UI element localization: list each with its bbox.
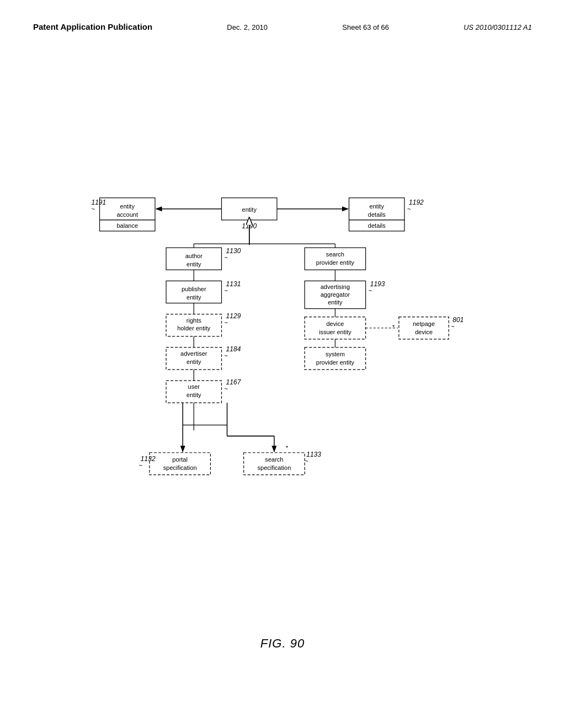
ref-1193: 1193	[370, 280, 385, 288]
diagram-svg: text { font-family: Arial, sans-serif; f…	[33, 99, 532, 618]
portal-spec-label2: specification	[163, 464, 197, 471]
ref-1167: 1167	[226, 378, 242, 386]
ref-1132: 1132	[141, 455, 156, 463]
ref-1130-tilde: ~	[225, 254, 228, 261]
details-sub-label: details	[368, 222, 386, 229]
page-header: Patent Application Publication Dec. 2, 2…	[0, 22, 565, 31]
search-provider-label: search	[326, 251, 344, 258]
ref-801: 801	[452, 316, 463, 324]
search-spec-label2: specification	[258, 464, 291, 471]
rights-holder-label2: holder entity	[177, 325, 211, 331]
diagram-area: text { font-family: Arial, sans-serif; f…	[33, 99, 532, 618]
user-entity-label2: entity	[186, 392, 201, 398]
netpage-device-label: netpage	[413, 320, 435, 327]
publisher-entity-label: publisher	[182, 286, 206, 292]
figure-caption: FIG. 90	[260, 636, 305, 651]
ref-1133: 1133	[306, 451, 321, 458]
ref-1131: 1131	[226, 280, 241, 288]
ref-1193-tilde: ~	[369, 287, 372, 294]
portal-spec-label: portal	[172, 456, 188, 463]
ref-1132-tilde: ~	[139, 462, 142, 469]
ref-801-tilde: ~	[451, 323, 454, 330]
ad-aggregator-label3: entity	[328, 299, 343, 306]
system-provider-label2: provider entity	[316, 359, 355, 366]
ad-aggregator-label: advertising	[321, 283, 350, 290]
author-entity-label: author	[185, 253, 203, 259]
user-entity-label: user	[188, 383, 200, 390]
asterisk-search-spec: *	[286, 445, 289, 451]
device-issuer-label2: issuer entity	[319, 329, 351, 335]
ref-1192: 1192	[409, 199, 424, 206]
ref-1133-tilde: ~	[305, 458, 308, 464]
advertiser-entity-label2: entity	[186, 358, 201, 365]
netpage-device-label2: device	[415, 329, 433, 335]
entity-details-label2: details	[368, 211, 386, 218]
publisher-entity-label2: entity	[186, 294, 201, 301]
ref-1184-tilde: ~	[225, 352, 228, 359]
balance-label: balance	[116, 222, 138, 229]
ref-1130: 1130	[226, 247, 241, 255]
ref-1184: 1184	[226, 345, 241, 353]
advertiser-entity-label: advertiser	[180, 350, 207, 357]
ref-1167-tilde: ~	[225, 386, 228, 392]
patent-number: US 2010/0301112 A1	[463, 23, 532, 31]
ref-1192-tilde: ~	[407, 206, 411, 212]
ref-1131-tilde: ~	[225, 287, 228, 294]
system-provider-label: system	[326, 351, 345, 357]
asterisk-netpage: *	[392, 324, 395, 330]
device-issuer-label: device	[326, 320, 344, 327]
search-spec-label: search	[265, 456, 283, 463]
rights-holder-label: rights	[186, 317, 201, 324]
author-entity-label2: entity	[186, 261, 201, 267]
sheet-number: Sheet 63 of 66	[342, 23, 389, 31]
entity-account-label2: account	[116, 211, 138, 218]
ref-1129: 1129	[226, 312, 241, 320]
ref-1129-tilde: ~	[225, 319, 228, 326]
ref-1191-tilde: ~	[91, 206, 94, 212]
entity-account-label: entity	[120, 203, 135, 210]
publication-date: Dec. 2, 2010	[227, 23, 268, 31]
entity-label: entity	[242, 206, 257, 213]
entity-details-label: entity	[370, 203, 385, 210]
ad-aggregator-label2: aggregator	[321, 291, 350, 298]
publication-title: Patent Application Publication	[33, 22, 152, 31]
search-provider-label2: provider entity	[316, 259, 355, 266]
ref-1191: 1191	[91, 199, 106, 206]
